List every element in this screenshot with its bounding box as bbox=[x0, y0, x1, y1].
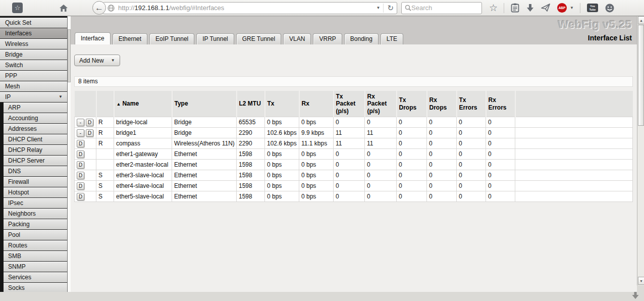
scroll-up-button[interactable]: ▲ bbox=[638, 16, 644, 24]
cell-name[interactable]: ether1-gateway bbox=[114, 149, 172, 160]
cell-name[interactable]: ether2-master-local bbox=[114, 160, 172, 170]
home-icon[interactable] bbox=[59, 4, 68, 12]
sidebar-item-socks[interactable]: Socks bbox=[4, 283, 67, 292]
tab-ethernet[interactable]: Ethernet bbox=[113, 33, 147, 44]
cell-name[interactable]: ether4-slave-local bbox=[114, 181, 172, 191]
sidebar-item-dns[interactable]: DNS bbox=[4, 166, 67, 177]
reload-icon[interactable]: ↻ bbox=[383, 4, 394, 13]
sidebar-item-neighbors[interactable]: Neighbors bbox=[4, 209, 67, 219]
sidebar-item-ppp[interactable]: PPP bbox=[0, 71, 67, 81]
d-button[interactable]: D bbox=[86, 119, 93, 126]
cell-name[interactable]: compass bbox=[114, 138, 172, 149]
cell-tx-drops: 0 bbox=[397, 149, 427, 160]
sidebar-item-switch[interactable]: Switch bbox=[0, 60, 67, 71]
sidebar-item-ipsec[interactable]: IPsec bbox=[4, 198, 67, 209]
sidebar-item-accounting[interactable]: Accounting bbox=[4, 113, 67, 124]
d-button[interactable]: D bbox=[86, 129, 93, 137]
sidebar-item-services[interactable]: Services bbox=[4, 272, 67, 283]
downloads-icon[interactable] bbox=[526, 4, 534, 13]
sidebar-item-bridge[interactable]: Bridge bbox=[0, 49, 67, 60]
column-header-rx[interactable]: Rx bbox=[299, 91, 334, 117]
d-button[interactable]: D bbox=[77, 161, 84, 169]
column-header-tx-errors[interactable]: Tx Errors bbox=[457, 91, 486, 117]
tab-interface[interactable]: Interface bbox=[75, 32, 111, 44]
cell-name[interactable]: bridge1 bbox=[114, 128, 172, 138]
d-button[interactable]: D bbox=[77, 140, 84, 147]
tab-lte[interactable]: LTE bbox=[381, 33, 403, 44]
sidebar-item-routes[interactable]: Routes bbox=[4, 240, 67, 251]
main-scrollbar[interactable]: ▲ ▼ bbox=[637, 16, 644, 292]
sidebar-item-interfaces[interactable]: Interfaces bbox=[0, 28, 67, 39]
sidebar-item-snmp[interactable]: SNMP bbox=[4, 262, 67, 272]
sidebar-item-dhcp-client[interactable]: DHCP Client bbox=[4, 134, 67, 145]
sidebar-item-wireless[interactable]: Wireless bbox=[0, 39, 67, 49]
adblock-dropdown-icon[interactable]: ▼ bbox=[570, 6, 574, 10]
tab-gre-tunnel[interactable]: GRE Tunnel bbox=[236, 33, 281, 44]
column-header-tx-packet-p-s[interactable]: Tx Packet (p/s) bbox=[334, 91, 365, 117]
sidebar-item-firewall[interactable]: Firewall bbox=[4, 177, 67, 187]
d-button[interactable]: D bbox=[77, 182, 84, 190]
column-header-rx-errors[interactable]: Rx Errors bbox=[486, 91, 515, 117]
scroll-down-button[interactable]: ▼ bbox=[638, 277, 644, 285]
column-header-tx[interactable]: Tx bbox=[265, 91, 299, 117]
disable-button[interactable]: - bbox=[77, 119, 84, 126]
sidebar-item-addresses[interactable]: Addresses bbox=[4, 124, 67, 134]
sidebar-item-hotspot[interactable]: Hotspot bbox=[4, 187, 67, 198]
youtube-icon[interactable]: You Tube bbox=[587, 4, 598, 12]
d-button[interactable]: D bbox=[77, 193, 84, 200]
search-input[interactable] bbox=[411, 4, 471, 12]
sidebar-item-ip[interactable]: IP▼ bbox=[0, 92, 67, 103]
scrollbar-thumb[interactable] bbox=[638, 25, 644, 126]
tab-vrrp[interactable]: VRRP bbox=[313, 33, 342, 44]
sidebar-item-dhcp-relay[interactable]: DHCP Relay bbox=[4, 145, 67, 156]
disable-button[interactable]: - bbox=[77, 129, 84, 137]
row-flags-cell bbox=[96, 149, 114, 160]
sidebar-item-quick-set[interactable]: Quick Set bbox=[0, 18, 67, 28]
sidebar-item-dhcp-server[interactable]: DHCP Server bbox=[4, 156, 67, 166]
content-area: Add New ▼ 8 items ▲NameTypeL2 MTUTxRxTx … bbox=[71, 44, 633, 202]
d-button[interactable]: D bbox=[77, 172, 84, 179]
column-header-tx-drops[interactable]: Tx Drops bbox=[397, 91, 427, 117]
tab-vlan[interactable]: VLAN bbox=[283, 33, 311, 44]
column-header-rx-packet-p-s[interactable]: Rx Packet (p/s) bbox=[365, 91, 397, 117]
column-header-type[interactable]: Type bbox=[172, 91, 237, 117]
cell-tx: 102.6 kbps bbox=[265, 128, 299, 138]
add-new-button[interactable]: Add New ▼ bbox=[74, 55, 120, 66]
cell-filler bbox=[515, 181, 633, 191]
sidebar-scrollbar[interactable] bbox=[67, 16, 71, 292]
scrollbar-track[interactable]: ▲ ▼ bbox=[637, 16, 644, 285]
sidebar-item-smb[interactable]: SMB bbox=[4, 251, 67, 262]
sidebar-item-mesh[interactable]: Mesh bbox=[0, 81, 67, 92]
cell-name[interactable]: bridge-local bbox=[114, 117, 172, 128]
url-dropdown-icon[interactable]: ▼ bbox=[373, 6, 384, 10]
sidebar-item-pool[interactable]: Pool bbox=[4, 230, 67, 240]
table-row: DRcompassWireless(Atheros 11N)2290102.6 … bbox=[75, 138, 633, 149]
column-header-rx-drops[interactable]: Rx Drops bbox=[427, 91, 457, 117]
tab-eoip-tunnel[interactable]: EoIP Tunnel bbox=[149, 33, 194, 44]
sidebar-item-label: DHCP Client bbox=[8, 134, 42, 144]
sidebar-item-label: IP bbox=[5, 92, 11, 102]
sidebar-item-arp[interactable]: ARP bbox=[4, 103, 67, 113]
row-actions-cell: D bbox=[75, 181, 96, 191]
tab-ip-tunnel[interactable]: IP Tunnel bbox=[196, 33, 234, 44]
bookmark-star-icon[interactable]: ☆ bbox=[489, 2, 498, 14]
url-bar[interactable]: http://192.168.1.1/webfig/#Interfaces ▼ … bbox=[103, 2, 397, 14]
cell-tx-errors: 0 bbox=[457, 181, 486, 191]
back-button[interactable]: ← bbox=[92, 1, 106, 15]
cell-tx: 0 bps bbox=[265, 160, 299, 170]
chat-smiley-icon[interactable] bbox=[605, 3, 615, 13]
column-header-name[interactable]: ▲Name bbox=[114, 91, 172, 117]
d-button[interactable]: D bbox=[77, 150, 84, 158]
bookmarks-panel-icon[interactable]: ☆ bbox=[12, 3, 23, 13]
send-to-device-icon[interactable] bbox=[541, 4, 551, 12]
cell-name[interactable]: ether3-slave-local bbox=[114, 170, 172, 181]
reading-list-icon[interactable] bbox=[511, 3, 519, 13]
search-box[interactable] bbox=[401, 2, 482, 14]
adblock-icon[interactable]: ABP bbox=[557, 3, 567, 13]
sidebar-item-packing[interactable]: Packing bbox=[4, 219, 67, 230]
tab-bonding[interactable]: Bonding bbox=[344, 33, 379, 44]
scroll-down-hint-icon[interactable] bbox=[631, 291, 640, 301]
column-header-l2-mtu[interactable]: L2 MTU bbox=[237, 91, 265, 117]
cell-tx-drops: 0 bbox=[397, 138, 427, 149]
cell-name[interactable]: ether5-slave-local bbox=[114, 191, 172, 202]
